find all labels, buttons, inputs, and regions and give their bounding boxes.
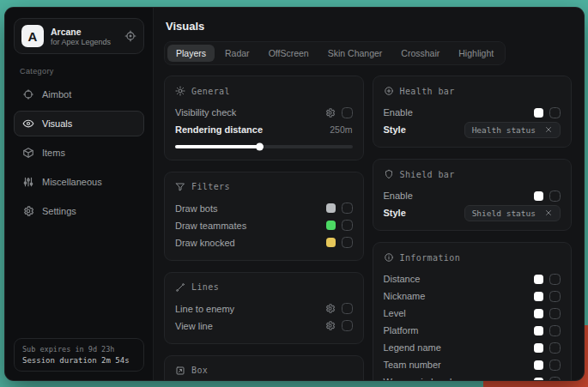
app-subtitle: for Apex Legends [51, 38, 111, 46]
row-label: Enable [384, 107, 413, 118]
gear-icon[interactable] [324, 303, 336, 314]
shield-icon [384, 169, 394, 179]
sidebar-item-label: Aimbot [42, 89, 71, 100]
color-swatch[interactable] [326, 238, 336, 247]
eye-icon [22, 118, 34, 130]
page-title: Visuals [166, 20, 572, 33]
panel-filters: Filters Draw bots Draw teammates [164, 172, 364, 261]
team-number-checkbox[interactable] [549, 360, 561, 371]
color-swatch[interactable] [534, 326, 543, 336]
tab-offscreen[interactable]: OffScreen [260, 45, 318, 62]
clear-icon[interactable] [544, 125, 553, 134]
color-swatch[interactable] [534, 309, 543, 318]
sidebar-item-miscellaneous[interactable]: Miscellaneous [14, 169, 144, 195]
visibility-check-checkbox[interactable] [342, 107, 353, 118]
sidebar-item-label: Settings [42, 206, 76, 216]
rendering-distance-slider[interactable] [175, 145, 353, 148]
tab-players[interactable]: Players [167, 45, 215, 62]
weapon-in-hands-checkbox[interactable] [549, 377, 561, 381]
funnel-icon [175, 182, 185, 192]
panel-columns: General Visibility check [164, 76, 572, 380]
legend-name-checkbox[interactable] [549, 342, 561, 354]
health-icon [384, 86, 394, 96]
distance-checkbox[interactable] [549, 274, 561, 285]
row-visibility-check: Visibility check [175, 104, 353, 121]
row-label: Level [384, 308, 406, 318]
color-swatch[interactable] [534, 275, 543, 284]
gear-icon[interactable] [324, 320, 336, 331]
row-label: Weapon in hands [384, 377, 457, 380]
row-label: Draw teammates [175, 221, 246, 231]
row-line-to-enemy: Line to enemy [175, 300, 353, 317]
sidebar-item-aimbot[interactable]: Aimbot [14, 82, 144, 107]
sidebar-item-items[interactable]: Items [14, 140, 144, 166]
panel-shield-bar-header: Shield bar [384, 166, 561, 182]
color-swatch[interactable] [534, 378, 543, 381]
panel-title: Lines [191, 282, 219, 292]
color-swatch[interactable] [534, 191, 543, 201]
row-nickname: Nickname [384, 287, 561, 305]
nickname-checkbox[interactable] [549, 291, 561, 302]
clear-icon[interactable] [544, 209, 553, 217]
row-label: Draw knocked [175, 238, 235, 248]
color-swatch[interactable] [534, 292, 543, 301]
draw-knocked-checkbox[interactable] [342, 237, 353, 248]
view-line-checkbox[interactable] [342, 320, 353, 331]
right-column: Health bar Enable Style H [373, 76, 573, 380]
gear-icon[interactable] [324, 107, 336, 118]
row-draw-bots: Draw bots [175, 200, 353, 217]
row-label: Style [384, 124, 406, 135]
tab-highlight[interactable]: Highlight [450, 45, 502, 62]
app-name: Arcane [51, 27, 111, 37]
line-icon [175, 282, 185, 293]
color-swatch[interactable] [326, 221, 336, 230]
panel-title: Information [400, 253, 461, 263]
panel-information-header: Information [384, 250, 561, 265]
platform-checkbox[interactable] [549, 325, 561, 336]
color-swatch[interactable] [534, 108, 543, 118]
color-swatch[interactable] [534, 343, 543, 353]
category-label: Category [20, 67, 138, 76]
tab-bar: Players Radar OffScreen Skin Changer Cro… [164, 41, 506, 65]
row-label: Nickname [384, 291, 426, 301]
line-to-enemy-checkbox[interactable] [342, 303, 353, 314]
tab-crosshair[interactable]: Crosshair [392, 45, 448, 62]
shield-style-select[interactable]: Shield status [464, 205, 561, 221]
row-label: Legend name [384, 342, 441, 353]
panel-title: Shield bar [400, 170, 455, 179]
shield-enable-checkbox[interactable] [549, 190, 561, 202]
sidebar-item-settings[interactable]: Settings [14, 198, 144, 224]
draw-teammates-checkbox[interactable] [342, 220, 353, 231]
health-enable-checkbox[interactable] [549, 107, 561, 118]
panel-lines: Lines Line to enemy [164, 272, 364, 344]
tab-radar[interactable]: Radar [216, 45, 258, 62]
tab-skin-changer[interactable]: Skin Changer [319, 45, 391, 62]
panel-title: Box [191, 366, 208, 375]
sidebar-item-label: Items [42, 148, 65, 158]
sidebar-item-label: Miscellaneous [42, 177, 102, 187]
sun-icon [175, 86, 185, 96]
level-checkbox[interactable] [549, 308, 561, 319]
panel-information: Information Distance Nickname [373, 242, 573, 380]
row-label: Enable [384, 190, 413, 201]
slider-fill[interactable] [175, 145, 260, 148]
rendering-distance-value: 250m [330, 124, 352, 135]
row-view-line: View line [175, 317, 353, 335]
color-swatch[interactable] [326, 203, 336, 213]
app-logo: A [21, 25, 44, 47]
subscription-card: Sub expires in 9d 23h Session duration 2… [14, 338, 144, 372]
row-rendering-distance: Rendering distance 250m [175, 121, 353, 138]
color-swatch[interactable] [534, 360, 543, 370]
target-icon[interactable] [124, 30, 136, 42]
left-column: General Visibility check [164, 76, 364, 380]
panel-general-header: General [175, 83, 353, 99]
row-label: Line to enemy [175, 304, 234, 314]
row-draw-teammates: Draw teammates [175, 217, 353, 234]
draw-bots-checkbox[interactable] [342, 203, 353, 214]
panel-title: Health bar [400, 87, 455, 96]
row-distance: Distance [384, 270, 561, 287]
health-style-select[interactable]: Health status [464, 122, 561, 138]
row-shield-style: Style Shield status [384, 204, 561, 221]
sidebar-item-visuals[interactable]: Visuals [14, 111, 144, 136]
row-health-style: Style Health status [384, 121, 561, 138]
